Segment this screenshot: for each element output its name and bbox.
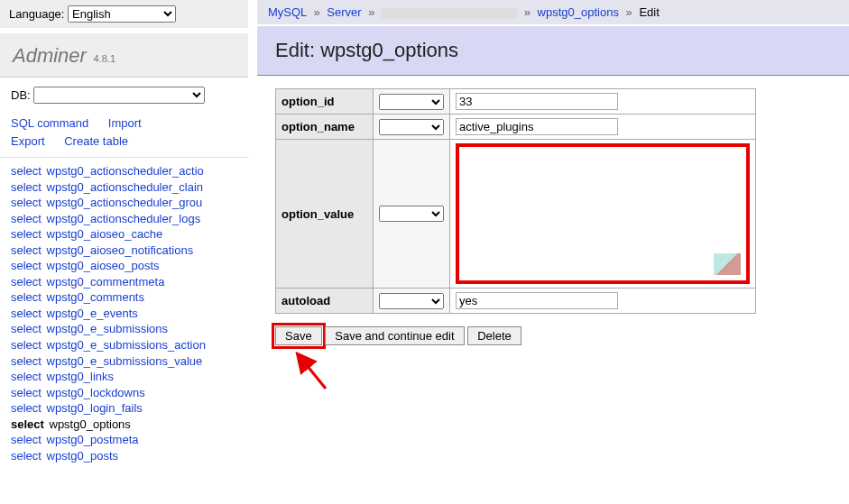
table-name-link[interactable]: wpstg0_e_submissions	[47, 322, 168, 335]
table-name-link[interactable]: wpstg0_aioseo_posts	[47, 259, 160, 272]
table-row: select wpstg0_e_events	[11, 306, 237, 322]
table-name-link[interactable]: wpstg0_actionscheduler_clain	[47, 180, 203, 194]
input-option-name[interactable]	[456, 118, 618, 135]
table-name-link[interactable]: wpstg0_actionscheduler_grou	[47, 196, 203, 209]
table-row: select wpstg0_links	[11, 369, 237, 385]
table-row: select wpstg0_actionscheduler_logs	[11, 211, 237, 227]
func-select-option-value[interactable]	[379, 206, 444, 222]
link-sql-command[interactable]: SQL command	[11, 116, 88, 130]
table-select-link[interactable]: select	[11, 164, 42, 178]
table-name-link[interactable]: wpstg0_actionscheduler_logs	[47, 212, 201, 225]
table-select-link[interactable]: select	[11, 307, 42, 320]
table-select-link[interactable]: select	[11, 433, 42, 446]
table-select-link[interactable]: select	[11, 212, 42, 225]
table-row: select wpstg0_aioseo_notifications	[11, 243, 237, 259]
language-select[interactable]: English	[68, 5, 176, 23]
option-value-highlight	[456, 143, 750, 284]
table-list: select wpstg0_actionscheduler_actioselec…	[0, 157, 248, 469]
input-autoload[interactable]	[456, 292, 618, 309]
field-label-option-name: option_name	[276, 115, 374, 140]
brand-version: 4.8.1	[94, 53, 115, 64]
table-select-link[interactable]: select	[11, 401, 42, 415]
table-select-link[interactable]: select	[11, 227, 42, 241]
table-row: select wpstg0_options	[11, 417, 237, 433]
crumb-database[interactable]	[382, 8, 517, 19]
table-name-link[interactable]: wpstg0_comments	[47, 290, 144, 304]
language-label: Language:	[9, 7, 64, 21]
table-select-link[interactable]: select	[11, 243, 42, 257]
crumb-mysql[interactable]: MySQL	[268, 5, 307, 19]
table-name-link[interactable]: wpstg0_lockdowns	[47, 386, 145, 399]
field-label-option-value: option_value	[276, 140, 374, 289]
table-select-link[interactable]: select	[11, 338, 42, 352]
edit-form-table: option_id option_name option_value	[275, 88, 756, 314]
table-select-link[interactable]: select	[11, 417, 44, 431]
table-name-link[interactable]: wpstg0_options	[50, 417, 131, 431]
func-select-option-id[interactable]	[379, 94, 444, 110]
table-name-link[interactable]: wpstg0_actionscheduler_actio	[47, 164, 204, 178]
func-select-autoload[interactable]	[379, 293, 444, 309]
page-title: Edit: wpstg0_options	[275, 39, 831, 62]
brand-name: Adminer	[13, 44, 87, 67]
table-select-link[interactable]: select	[11, 370, 42, 383]
table-select-link[interactable]: select	[11, 275, 42, 289]
db-select[interactable]	[33, 87, 205, 104]
brand-block: Adminer 4.8.1	[0, 33, 248, 77]
table-name-link[interactable]: wpstg0_aioseo_notifications	[47, 243, 194, 257]
table-row: select wpstg0_e_submissions	[11, 321, 237, 337]
table-row: select wpstg0_actionscheduler_actio	[11, 163, 237, 179]
link-create-table[interactable]: Create table	[64, 134, 128, 148]
input-option-id[interactable]	[456, 93, 618, 110]
table-select-link[interactable]: select	[11, 290, 42, 304]
field-label-option-id: option_id	[276, 89, 374, 115]
table-name-link[interactable]: wpstg0_links	[47, 370, 114, 383]
callout-arrow-icon	[297, 356, 333, 392]
sidebar-links: SQL command Import Export Create table	[0, 107, 248, 153]
table-row: select wpstg0_actionscheduler_clain	[11, 179, 237, 196]
save-continue-button[interactable]: Save and continue edit	[325, 326, 464, 345]
table-row: select wpstg0_login_fails	[11, 400, 237, 417]
save-button[interactable]: Save	[275, 326, 322, 345]
table-name-link[interactable]: wpstg0_aioseo_cache	[47, 227, 163, 241]
table-row: select wpstg0_aioseo_cache	[11, 226, 237, 243]
table-name-link[interactable]: wpstg0_e_events	[47, 307, 138, 320]
crumb-server[interactable]: Server	[327, 5, 361, 19]
func-select-option-name[interactable]	[379, 119, 444, 135]
table-select-link[interactable]: select	[11, 449, 42, 463]
table-select-link[interactable]: select	[11, 259, 42, 272]
table-select-link[interactable]: select	[11, 354, 42, 368]
action-buttons: Save Save and continue edit Delete	[275, 326, 831, 345]
table-row: select wpstg0_aioseo_posts	[11, 258, 237, 274]
db-selector-row: DB:	[0, 77, 248, 107]
page-title-band: Edit: wpstg0_options	[257, 26, 849, 75]
link-import[interactable]: Import	[108, 116, 142, 130]
language-bar: Language: English	[0, 0, 248, 28]
table-row: select wpstg0_posts	[11, 448, 237, 464]
textarea-option-value[interactable]	[463, 151, 743, 277]
table-select-link[interactable]: select	[11, 180, 42, 194]
crumb-edit: Edit	[639, 5, 659, 19]
table-row: select wpstg0_postmeta	[11, 432, 237, 448]
table-row: select wpstg0_actionscheduler_grou	[11, 195, 237, 211]
db-label: DB:	[11, 88, 31, 102]
svg-line-0	[302, 360, 326, 389]
table-row: select wpstg0_comments	[11, 289, 237, 306]
table-name-link[interactable]: wpstg0_login_fails	[47, 401, 143, 415]
table-name-link[interactable]: wpstg0_e_submissions_value	[47, 354, 203, 368]
breadcrumb: MySQL » Server » » wpstg0_options » Edit	[257, 0, 849, 24]
table-row: select wpstg0_lockdowns	[11, 385, 237, 401]
table-row: select wpstg0_e_submissions_action	[11, 337, 237, 353]
table-select-link[interactable]: select	[11, 386, 42, 399]
table-name-link[interactable]: wpstg0_commentmeta	[47, 275, 165, 289]
table-name-link[interactable]: wpstg0_postmeta	[47, 433, 139, 446]
delete-button[interactable]: Delete	[467, 326, 521, 345]
table-select-link[interactable]: select	[11, 196, 42, 209]
field-label-autoload: autoload	[276, 289, 374, 314]
table-row: select wpstg0_e_submissions_value	[11, 353, 237, 370]
table-select-link[interactable]: select	[11, 322, 42, 335]
crumb-table[interactable]: wpstg0_options	[538, 5, 619, 19]
table-row: select wpstg0_commentmeta	[11, 274, 237, 290]
table-name-link[interactable]: wpstg0_e_submissions_action	[47, 338, 206, 352]
table-name-link[interactable]: wpstg0_posts	[47, 449, 119, 463]
link-export[interactable]: Export	[11, 134, 45, 148]
